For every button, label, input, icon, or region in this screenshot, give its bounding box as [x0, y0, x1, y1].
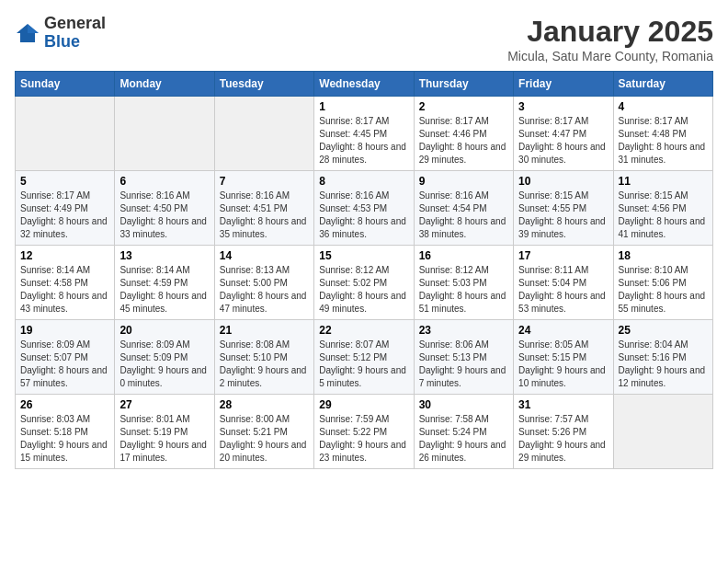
- svg-marker-1: [28, 24, 39, 33]
- calendar-day-cell: 5Sunrise: 8:17 AMSunset: 4:49 PMDaylight…: [16, 171, 115, 246]
- calendar-day-cell: 31Sunrise: 7:57 AMSunset: 5:26 PMDayligh…: [514, 395, 613, 469]
- calendar-day-cell: 16Sunrise: 8:12 AMSunset: 5:03 PMDayligh…: [414, 246, 513, 320]
- day-info: Sunrise: 8:07 AMSunset: 5:12 PMDaylight:…: [319, 339, 408, 390]
- weekday-header-cell: Monday: [115, 72, 214, 97]
- day-number: 25: [619, 324, 708, 337]
- calendar-day-cell: 8Sunrise: 8:16 AMSunset: 4:53 PMDaylight…: [314, 171, 414, 246]
- day-info: Sunrise: 8:03 AMSunset: 5:18 PMDaylight:…: [20, 413, 109, 465]
- weekday-header-cell: Thursday: [414, 72, 513, 97]
- day-number: 22: [319, 324, 408, 337]
- calendar-day-cell: 11Sunrise: 8:15 AMSunset: 4:56 PMDayligh…: [613, 171, 712, 246]
- calendar-day-cell: 15Sunrise: 8:12 AMSunset: 5:02 PMDayligh…: [314, 246, 414, 320]
- day-number: 27: [119, 398, 209, 411]
- calendar-day-cell: 14Sunrise: 8:13 AMSunset: 5:00 PMDayligh…: [214, 246, 313, 320]
- calendar-week-row: 19Sunrise: 8:09 AMSunset: 5:07 PMDayligh…: [16, 320, 713, 395]
- calendar-day-cell: 17Sunrise: 8:11 AMSunset: 5:04 PMDayligh…: [514, 246, 613, 320]
- calendar-day-cell: 3Sunrise: 8:17 AMSunset: 4:47 PMDaylight…: [514, 97, 613, 171]
- calendar-day-cell: 19Sunrise: 8:09 AMSunset: 5:07 PMDayligh…: [16, 320, 115, 395]
- day-number: 1: [319, 100, 408, 113]
- calendar-day-cell: 30Sunrise: 7:58 AMSunset: 5:24 PMDayligh…: [414, 395, 513, 469]
- day-number: 16: [419, 249, 508, 262]
- day-info: Sunrise: 8:17 AMSunset: 4:49 PMDaylight:…: [20, 190, 109, 241]
- day-number: 15: [319, 249, 408, 262]
- calendar-week-row: 12Sunrise: 8:14 AMSunset: 4:58 PMDayligh…: [16, 246, 713, 320]
- calendar-day-cell: 6Sunrise: 8:16 AMSunset: 4:50 PMDaylight…: [115, 171, 214, 246]
- day-number: 20: [119, 324, 209, 337]
- day-number: 9: [419, 175, 508, 188]
- day-number: 8: [319, 175, 408, 188]
- day-info: Sunrise: 8:16 AMSunset: 4:50 PMDaylight:…: [119, 190, 209, 241]
- day-info: Sunrise: 8:08 AMSunset: 5:10 PMDaylight:…: [220, 339, 309, 390]
- calendar-day-cell: 27Sunrise: 8:01 AMSunset: 5:19 PMDayligh…: [115, 395, 214, 469]
- day-info: Sunrise: 8:05 AMSunset: 5:15 PMDaylight:…: [518, 339, 608, 390]
- day-number: 21: [220, 324, 309, 337]
- day-number: 17: [518, 249, 608, 262]
- calendar-title: January 2025: [507, 15, 713, 49]
- day-info: Sunrise: 8:06 AMSunset: 5:13 PMDaylight:…: [419, 339, 508, 390]
- day-info: Sunrise: 8:16 AMSunset: 4:54 PMDaylight:…: [419, 190, 508, 241]
- calendar-week-row: 5Sunrise: 8:17 AMSunset: 4:49 PMDaylight…: [16, 171, 713, 246]
- day-info: Sunrise: 8:09 AMSunset: 5:09 PMDaylight:…: [119, 339, 209, 390]
- calendar-day-cell: [115, 97, 214, 171]
- day-number: 23: [419, 324, 508, 337]
- calendar-day-cell: 2Sunrise: 8:17 AMSunset: 4:46 PMDaylight…: [414, 97, 513, 171]
- day-info: Sunrise: 8:16 AMSunset: 4:53 PMDaylight:…: [319, 190, 408, 241]
- day-number: 5: [20, 175, 109, 188]
- calendar-day-cell: 26Sunrise: 8:03 AMSunset: 5:18 PMDayligh…: [16, 395, 115, 469]
- day-info: Sunrise: 8:10 AMSunset: 5:06 PMDaylight:…: [619, 264, 708, 316]
- day-number: 30: [419, 398, 508, 411]
- logo-text: General Blue: [44, 15, 106, 52]
- day-info: Sunrise: 8:15 AMSunset: 4:56 PMDaylight:…: [619, 190, 708, 241]
- calendar-week-row: 26Sunrise: 8:03 AMSunset: 5:18 PMDayligh…: [16, 395, 713, 469]
- calendar-day-cell: 22Sunrise: 8:07 AMSunset: 5:12 PMDayligh…: [314, 320, 414, 395]
- calendar-body: 1Sunrise: 8:17 AMSunset: 4:45 PMDaylight…: [16, 97, 713, 469]
- day-info: Sunrise: 8:14 AMSunset: 4:59 PMDaylight:…: [119, 264, 209, 316]
- day-number: 7: [220, 175, 309, 188]
- day-number: 10: [518, 175, 608, 188]
- calendar-day-cell: 29Sunrise: 7:59 AMSunset: 5:22 PMDayligh…: [314, 395, 414, 469]
- calendar-day-cell: 24Sunrise: 8:05 AMSunset: 5:15 PMDayligh…: [514, 320, 613, 395]
- day-info: Sunrise: 7:57 AMSunset: 5:26 PMDaylight:…: [518, 413, 608, 465]
- calendar-day-cell: [214, 97, 313, 171]
- calendar-day-cell: 18Sunrise: 8:10 AMSunset: 5:06 PMDayligh…: [613, 246, 712, 320]
- calendar-day-cell: 1Sunrise: 8:17 AMSunset: 4:45 PMDaylight…: [314, 97, 414, 171]
- day-info: Sunrise: 8:17 AMSunset: 4:47 PMDaylight:…: [518, 115, 608, 167]
- weekday-header-cell: Saturday: [613, 72, 712, 97]
- calendar-day-cell: 23Sunrise: 8:06 AMSunset: 5:13 PMDayligh…: [414, 320, 513, 395]
- day-info: Sunrise: 7:58 AMSunset: 5:24 PMDaylight:…: [419, 413, 508, 465]
- logo: General Blue: [15, 15, 106, 52]
- weekday-header-cell: Sunday: [16, 72, 115, 97]
- calendar-day-cell: 12Sunrise: 8:14 AMSunset: 4:58 PMDayligh…: [16, 246, 115, 320]
- day-info: Sunrise: 8:11 AMSunset: 5:04 PMDaylight:…: [518, 264, 608, 316]
- day-number: 28: [220, 398, 309, 411]
- day-number: 12: [20, 249, 109, 262]
- day-info: Sunrise: 8:17 AMSunset: 4:46 PMDaylight:…: [419, 115, 508, 167]
- day-info: Sunrise: 8:14 AMSunset: 4:58 PMDaylight:…: [20, 264, 109, 316]
- day-number: 6: [119, 175, 209, 188]
- weekday-header-cell: Friday: [514, 72, 613, 97]
- header: General Blue January 2025 Micula, Satu M…: [15, 15, 713, 63]
- day-info: Sunrise: 8:13 AMSunset: 5:00 PMDaylight:…: [220, 264, 309, 316]
- logo-icon: [15, 20, 40, 46]
- day-number: 4: [619, 100, 708, 113]
- calendar-day-cell: 9Sunrise: 8:16 AMSunset: 4:54 PMDaylight…: [414, 171, 513, 246]
- day-number: 19: [20, 324, 109, 337]
- calendar-day-cell: 10Sunrise: 8:15 AMSunset: 4:55 PMDayligh…: [514, 171, 613, 246]
- day-info: Sunrise: 8:01 AMSunset: 5:19 PMDaylight:…: [119, 413, 209, 465]
- day-number: 29: [319, 398, 408, 411]
- day-info: Sunrise: 8:17 AMSunset: 4:48 PMDaylight:…: [619, 115, 708, 167]
- day-info: Sunrise: 8:16 AMSunset: 4:51 PMDaylight:…: [220, 190, 309, 241]
- day-number: 26: [20, 398, 109, 411]
- day-info: Sunrise: 8:12 AMSunset: 5:03 PMDaylight:…: [419, 264, 508, 316]
- calendar-day-cell: 25Sunrise: 8:04 AMSunset: 5:16 PMDayligh…: [613, 320, 712, 395]
- calendar-day-cell: 13Sunrise: 8:14 AMSunset: 4:59 PMDayligh…: [115, 246, 214, 320]
- day-info: Sunrise: 8:00 AMSunset: 5:21 PMDaylight:…: [220, 413, 309, 465]
- day-info: Sunrise: 8:04 AMSunset: 5:16 PMDaylight:…: [619, 339, 708, 390]
- weekday-header-cell: Wednesday: [314, 72, 414, 97]
- day-number: 14: [220, 249, 309, 262]
- calendar-day-cell: 20Sunrise: 8:09 AMSunset: 5:09 PMDayligh…: [115, 320, 214, 395]
- day-number: 3: [518, 100, 608, 113]
- day-number: 11: [619, 175, 708, 188]
- day-info: Sunrise: 8:09 AMSunset: 5:07 PMDaylight:…: [20, 339, 109, 390]
- calendar-table: SundayMondayTuesdayWednesdayThursdayFrid…: [15, 71, 713, 469]
